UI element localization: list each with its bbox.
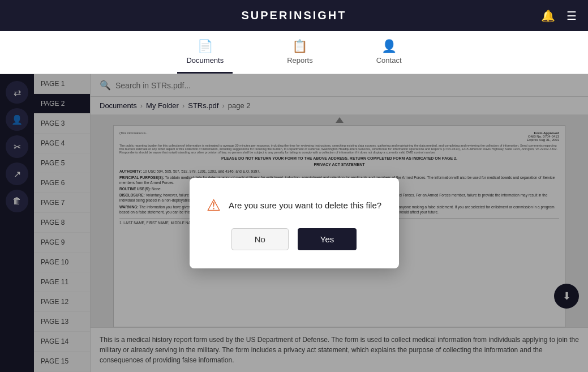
warning-icon: ⚠ xyxy=(207,196,221,215)
modal-yes-button[interactable]: Yes xyxy=(298,228,357,250)
nav-icons-group: 🔔 ☰ xyxy=(539,7,579,25)
delete-confirm-modal: ⚠ Are you sure you want to delete this f… xyxy=(190,178,399,268)
tab-contact-label: Contact xyxy=(376,56,402,65)
modal-buttons: No Yes xyxy=(231,228,357,250)
contact-icon: 👤 xyxy=(381,39,397,54)
modal-title: Are you sure you want to delete this fil… xyxy=(229,200,381,210)
tab-documents[interactable]: 📄 Documents xyxy=(177,31,233,74)
tab-contact[interactable]: 👤 Contact xyxy=(367,31,411,74)
main-area: ⇄ 👤 ✂ ↗ 🗑 PAGE 1 PAGE 2 PAGE 3 PAGE 4 PA… xyxy=(0,74,588,372)
tab-reports[interactable]: 📋 Reports xyxy=(278,31,322,74)
tab-documents-label: Documents xyxy=(186,56,224,65)
modal-header: ⚠ Are you sure you want to delete this f… xyxy=(207,196,381,215)
notification-button[interactable]: 🔔 xyxy=(539,7,557,25)
reports-icon: 📋 xyxy=(292,39,307,54)
tab-reports-label: Reports xyxy=(287,56,313,65)
documents-icon: 📄 xyxy=(198,39,213,54)
modal-no-button[interactable]: No xyxy=(231,228,289,250)
top-navbar: SUPERINSIGHT 🔔 ☰ xyxy=(0,0,588,31)
modal-overlay: ⚠ Are you sure you want to delete this f… xyxy=(0,74,588,372)
app-logo: SUPERINSIGHT xyxy=(241,9,346,22)
menu-button[interactable]: ☰ xyxy=(564,7,579,25)
tab-bar: 📄 Documents 📋 Reports 👤 Contact xyxy=(0,31,588,74)
